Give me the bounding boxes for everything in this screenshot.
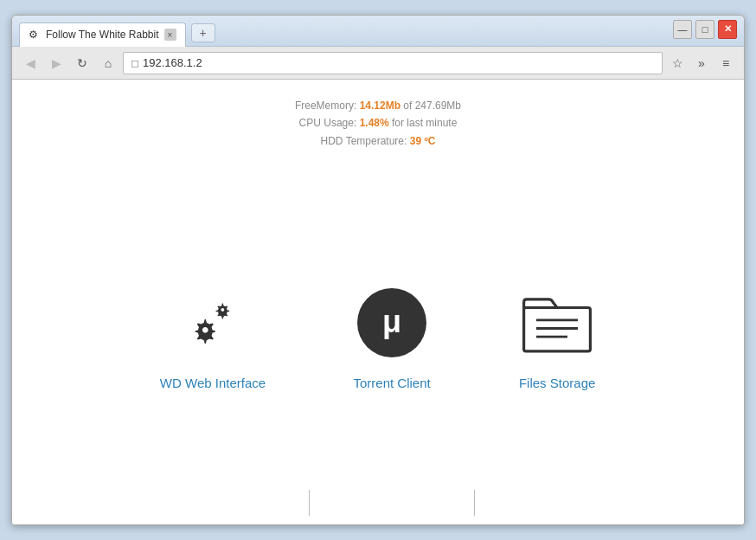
menu-button[interactable]: ≡ <box>714 52 737 74</box>
browser-tab[interactable]: ⚙ Follow The White Rabbit × <box>19 22 186 47</box>
back-button[interactable]: ◀ <box>19 52 42 74</box>
tab-favicon: ⚙ <box>29 29 41 41</box>
hdd-temp-stat: HDD Temperature: 39 ºC <box>295 132 461 150</box>
separator-1 <box>309 490 310 516</box>
nav-bar: ◀ ▶ ↻ ⌂ ◻ ☆ » ≡ <box>12 47 744 80</box>
home-button[interactable]: ⌂ <box>97 52 119 74</box>
files-storage-label[interactable]: Files Storage <box>519 376 595 390</box>
minimize-button[interactable]: — <box>673 20 692 39</box>
hdd-temp-label: HDD Temperature: <box>321 135 407 147</box>
tab-close-button[interactable]: × <box>164 29 176 41</box>
maximize-button[interactable]: □ <box>695 20 714 39</box>
bookmark-button[interactable]: ☆ <box>666 52 689 74</box>
address-icon: ◻ <box>131 57 139 69</box>
cpu-usage-label: CPU Usage: <box>299 117 357 129</box>
page-content: FreeMemory: 14.12Mb of 247.69Mb CPU Usag… <box>12 80 744 524</box>
files-storage-link[interactable]: Files Storage <box>475 284 639 390</box>
svg-text:μ: μ <box>382 304 401 339</box>
address-bar-wrap: ◻ <box>123 52 663 74</box>
cpu-usage-suffix: for last minute <box>392 117 457 129</box>
hdd-temp-value: 39 ºC <box>410 135 436 147</box>
nav-right-buttons: ☆ » ≡ <box>666 52 737 74</box>
wd-web-interface-link[interactable]: WD Web Interface <box>117 284 309 390</box>
free-memory-stat: FreeMemory: 14.12Mb of 247.69Mb <box>295 97 461 114</box>
tab-title: Follow The White Rabbit <box>46 29 159 41</box>
browser-window: ⚙ Follow The White Rabbit × + — □ ✕ ◀ ▶ … <box>11 15 745 525</box>
separator-2 <box>474 490 475 516</box>
free-memory-label: FreeMemory: <box>295 100 356 112</box>
extensions-button[interactable]: » <box>690 52 713 74</box>
address-input[interactable] <box>143 56 655 69</box>
torrent-client-link[interactable]: μ Torrent Client <box>310 284 474 390</box>
gears-icon <box>174 284 252 362</box>
reload-button[interactable]: ↻ <box>71 52 93 74</box>
cpu-usage-value: 1.48% <box>360 117 389 129</box>
app-links: WD Web Interface μ Torrent Client <box>117 150 639 524</box>
title-bar: ⚙ Follow The White Rabbit × + — □ ✕ <box>12 16 744 47</box>
free-memory-of: of 247.69Mb <box>403 100 461 112</box>
utorrent-icon: μ <box>353 284 431 362</box>
torrent-label[interactable]: Torrent Client <box>354 376 431 390</box>
new-tab-button[interactable]: + <box>191 23 215 42</box>
cpu-usage-stat: CPU Usage: 1.48% for last minute <box>295 114 461 132</box>
forward-button[interactable]: ▶ <box>45 52 67 74</box>
close-button[interactable]: ✕ <box>718 20 737 39</box>
system-stats: FreeMemory: 14.12Mb of 247.69Mb CPU Usag… <box>295 97 461 150</box>
free-memory-value: 14.12Mb <box>360 100 400 112</box>
folder-icon <box>518 284 596 362</box>
wd-web-label[interactable]: WD Web Interface <box>160 376 266 390</box>
window-controls: — □ ✕ <box>673 20 737 39</box>
